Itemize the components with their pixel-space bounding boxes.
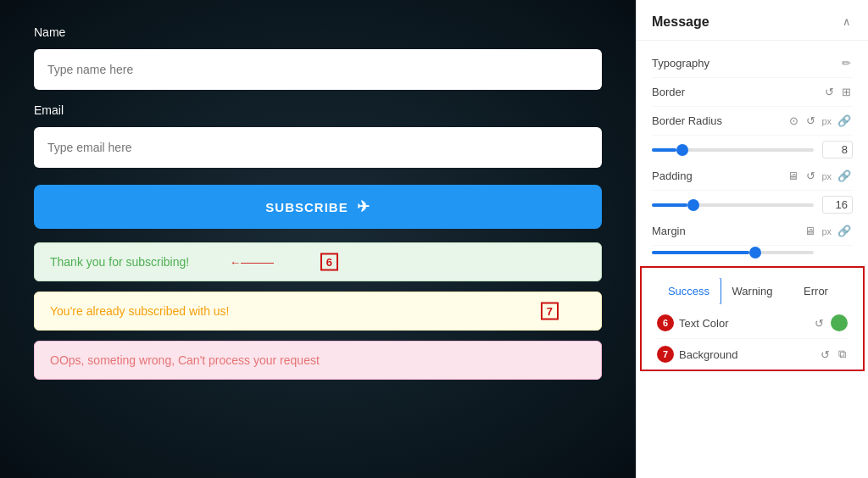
border-radius-actions: ⊙ ↺ px 🔗 xyxy=(787,113,853,129)
send-icon: ✈ xyxy=(357,197,370,216)
border-label: Border xyxy=(652,86,823,98)
background-row: 7 Background ↺ ⧉ xyxy=(657,339,848,370)
success-message-box: Thank you for subscribing! ←——— 6 ↑ xyxy=(34,242,602,281)
background-label: Background xyxy=(679,348,814,361)
warning-message-box: You're already subscribed with us! 7 xyxy=(34,292,602,331)
margin-value[interactable] xyxy=(822,251,853,254)
padding-link-button[interactable]: 🔗 xyxy=(836,168,853,184)
border-radius-slider-track[interactable] xyxy=(652,148,814,152)
padding-slider-fill xyxy=(652,203,687,207)
email-field-group: Email xyxy=(34,103,602,168)
border-radius-unit: px xyxy=(821,116,832,126)
border-radius-value[interactable]: 8 xyxy=(822,141,853,158)
margin-slider-thumb[interactable] xyxy=(749,247,761,258)
border-actions: ↺ ⊞ xyxy=(823,84,853,100)
annotation-6-label: 6 xyxy=(320,253,338,271)
error-message-box: OOps, someting wrong, Can't process your… xyxy=(34,341,602,380)
border-radius-slider-thumb[interactable] xyxy=(676,144,688,156)
border-radius-icon[interactable]: ⊙ xyxy=(787,113,800,129)
margin-actions: 🖥 px 🔗 xyxy=(803,223,853,239)
padding-responsive-icon[interactable]: 🖥 xyxy=(786,168,800,184)
text-color-row: 6 Text Color ↺ xyxy=(657,308,848,339)
margin-label: Margin xyxy=(652,225,803,237)
padding-reset-button[interactable]: ↺ xyxy=(804,168,817,184)
margin-slider-track[interactable] xyxy=(652,251,814,254)
border-reset-button[interactable]: ↺ xyxy=(823,84,836,100)
border-radius-link-button[interactable]: 🔗 xyxy=(836,113,853,129)
border-responsive-button[interactable]: ⊞ xyxy=(840,84,853,100)
padding-slider-track[interactable] xyxy=(652,203,814,207)
tab-success[interactable]: Success xyxy=(657,278,721,304)
text-color-swatch[interactable] xyxy=(831,314,848,331)
name-label: Name xyxy=(34,25,602,39)
margin-row: Margin 🖥 px 🔗 xyxy=(652,217,853,246)
padding-label: Padding xyxy=(652,170,786,182)
annotation-7-label: 7 xyxy=(541,303,559,320)
name-field-group: Name xyxy=(34,25,602,90)
email-input[interactable] xyxy=(34,127,602,168)
text-color-reset-button[interactable]: ↺ xyxy=(813,315,826,331)
background-reset-button[interactable]: ↺ xyxy=(819,347,832,363)
left-panel: Name Email SUBSCRIBE ✈ Thank you for sub… xyxy=(0,0,636,478)
border-radius-label: Border Radius xyxy=(652,114,787,127)
padding-actions: 🖥 ↺ px 🔗 xyxy=(786,168,853,184)
typography-label: Typography xyxy=(652,57,840,69)
badge-7: 7 xyxy=(657,346,674,363)
text-color-actions: ↺ xyxy=(813,314,848,331)
tab-warning[interactable]: Warning xyxy=(721,278,784,304)
margin-link-button[interactable]: 🔗 xyxy=(836,223,853,239)
margin-slider-fill xyxy=(652,251,749,254)
message-type-tabs: Success Warning Error xyxy=(657,278,848,304)
subscribe-button[interactable]: SUBSCRIBE ✈ xyxy=(34,185,602,229)
margin-slider-row xyxy=(652,246,853,258)
border-radius-slider-fill xyxy=(652,148,676,152)
subscribe-label: SUBSCRIBE xyxy=(265,200,348,214)
typography-edit-button[interactable]: ✏ xyxy=(840,55,853,71)
success-message-text: Thank you for subscribing! xyxy=(50,255,189,269)
right-panel: Message ∧ Typography ✏ Border ↺ ⊞ Border… xyxy=(636,0,868,478)
warning-message-text: You're already subscribed with us! xyxy=(50,304,230,318)
tab-error[interactable]: Error xyxy=(784,278,848,304)
error-message-text: OOps, someting wrong, Can't process your… xyxy=(50,353,320,367)
typography-actions: ✏ xyxy=(840,55,853,71)
right-panel-header: Message ∧ xyxy=(637,0,868,41)
padding-unit: px xyxy=(821,171,832,181)
border-radius-slider-row: 8 xyxy=(652,136,853,162)
margin-unit: px xyxy=(821,226,832,236)
background-copy-button[interactable]: ⧉ xyxy=(837,346,848,363)
padding-row: Padding 🖥 ↺ px 🔗 xyxy=(652,162,853,191)
right-section-props: Typography ✏ Border ↺ ⊞ Border Radius ⊙ … xyxy=(637,41,868,266)
background-actions: ↺ ⧉ xyxy=(819,346,848,363)
collapse-button[interactable]: ∧ xyxy=(841,14,853,30)
padding-slider-thumb[interactable] xyxy=(687,199,699,211)
padding-slider-row: 16 xyxy=(652,191,853,217)
name-input[interactable] xyxy=(34,49,602,90)
right-header-title: Message xyxy=(652,14,709,30)
text-color-label: Text Color xyxy=(679,317,808,330)
email-label: Email xyxy=(34,103,602,117)
margin-responsive-icon[interactable]: 🖥 xyxy=(803,223,817,239)
badge-6: 6 xyxy=(657,314,674,331)
border-radius-row: Border Radius ⊙ ↺ px 🔗 xyxy=(652,107,853,136)
border-row: Border ↺ ⊞ xyxy=(652,78,853,107)
border-radius-reset-button[interactable]: ↺ xyxy=(804,113,817,129)
padding-value[interactable]: 16 xyxy=(822,196,853,214)
typography-row: Typography ✏ xyxy=(652,49,853,78)
